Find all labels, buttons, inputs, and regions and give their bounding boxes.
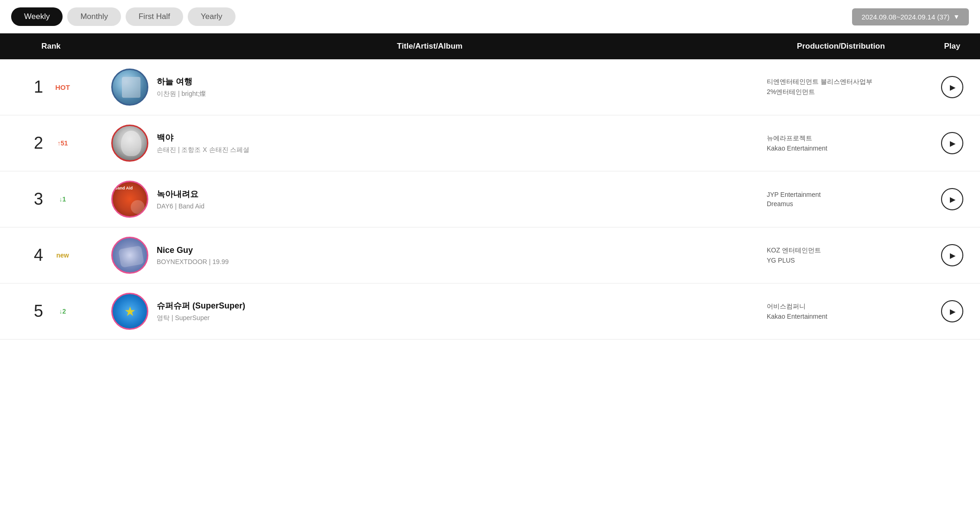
album-art (111, 125, 148, 162)
production-cell: 어비스컴퍼니 Kakao Entertainment (757, 302, 924, 320)
date-range-selector[interactable]: 2024.09.08~2024.09.14 (37) ▼ (852, 8, 969, 25)
play-button[interactable] (941, 244, 963, 266)
album-art (111, 293, 148, 330)
production-cell: 티엔엔터테인먼트 블리스엔터사업부 2%엔터테인먼트 (757, 78, 924, 96)
song-artist-album: 이찬원 | bright;燦 (157, 90, 206, 98)
play-cell (924, 188, 980, 210)
production-line-2: Kakao Entertainment (767, 313, 915, 320)
rank-change: ↓2 (53, 308, 72, 315)
table-row: 1 HOT 하늘 여행 이찬원 | bright;燦 티엔엔터테인먼트 블리스엔… (0, 59, 980, 115)
header-play: Play (924, 33, 980, 59)
rank-cell: 4 new (0, 246, 102, 265)
song-info: 녹아내려요 DAY6 | Band Aid (157, 189, 204, 210)
rank-change: ↓1 (53, 195, 72, 203)
production-line-1: JYP Entertainment (767, 191, 915, 198)
table-row: 5 ↓2 슈퍼슈퍼 (SuperSuper) 영탁 | SuperSuper 어… (0, 283, 980, 340)
top-navigation: Weekly Monthly First Half Yearly 2024.09… (0, 0, 980, 33)
tab-weekly[interactable]: Weekly (11, 7, 63, 26)
rank-cell: 5 ↓2 (0, 302, 102, 321)
title-cell: 백야 손태진 | 조항조 X 손태진 스페셜 (102, 125, 757, 162)
title-cell: 슈퍼슈퍼 (SuperSuper) 영탁 | SuperSuper (102, 293, 757, 330)
production-line-1: KOZ 엔터테인먼트 (767, 246, 915, 255)
table-row: 4 new Nice Guy BOYNEXTDOOR | 19.99 KOZ 엔… (0, 227, 980, 283)
song-title: Nice Guy (157, 246, 229, 255)
header-rank: Rank (0, 33, 102, 59)
play-button[interactable] (941, 300, 963, 322)
chart-table-body: 1 HOT 하늘 여행 이찬원 | bright;燦 티엔엔터테인먼트 블리스엔… (0, 59, 980, 340)
play-cell (924, 244, 980, 266)
song-info: Nice Guy BOYNEXTDOOR | 19.99 (157, 246, 229, 265)
production-cell: 뉴에라프로젝트 Kakao Entertainment (757, 134, 924, 152)
rank-change: HOT (53, 83, 72, 91)
rank-change: new (53, 252, 72, 259)
song-title: 녹아내려요 (157, 189, 204, 200)
production-line-2: Dreamus (767, 200, 915, 208)
rank-number: 5 (30, 302, 47, 321)
song-title: 하늘 여행 (157, 76, 206, 87)
title-cell: Nice Guy BOYNEXTDOOR | 19.99 (102, 237, 757, 274)
rank-cell: 1 HOT (0, 77, 102, 97)
table-row: 2 ↑51 백야 손태진 | 조항조 X 손태진 스페셜 뉴에라프로젝트 Kak… (0, 115, 980, 171)
header-production: Production/Distribution (757, 33, 924, 59)
production-line-1: 뉴에라프로젝트 (767, 134, 915, 143)
header-title: Title/Artist/Album (102, 33, 757, 59)
rank-number: 1 (30, 77, 47, 97)
play-button[interactable] (941, 132, 963, 154)
song-artist-album: DAY6 | Band Aid (157, 202, 204, 210)
song-title: 슈퍼슈퍼 (SuperSuper) (157, 300, 245, 311)
song-artist-album: BOYNEXTDOOR | 19.99 (157, 258, 229, 265)
rank-number: 2 (30, 133, 47, 153)
song-title: 백야 (157, 132, 249, 143)
song-info: 슈퍼슈퍼 (SuperSuper) 영탁 | SuperSuper (157, 300, 245, 322)
production-cell: KOZ 엔터테인먼트 YG PLUS (757, 246, 924, 264)
production-line-1: 티엔엔터테인먼트 블리스엔터사업부 (767, 78, 915, 86)
play-cell (924, 132, 980, 154)
chart-table-header: Rank Title/Artist/Album Production/Distr… (0, 33, 980, 59)
play-cell (924, 300, 980, 322)
song-artist-album: 영탁 | SuperSuper (157, 314, 245, 322)
title-cell: 하늘 여행 이찬원 | bright;燦 (102, 69, 757, 106)
song-info: 백야 손태진 | 조항조 X 손태진 스페셜 (157, 132, 249, 154)
production-line-2: YG PLUS (767, 257, 915, 264)
album-art (111, 181, 148, 218)
rank-cell: 2 ↑51 (0, 133, 102, 153)
rank-change: ↑51 (53, 139, 72, 147)
tab-monthly[interactable]: Monthly (67, 7, 121, 26)
period-tabs: Weekly Monthly First Half Yearly (11, 7, 235, 26)
production-line-2: 2%엔터테인먼트 (767, 88, 915, 96)
tab-yearly[interactable]: Yearly (188, 7, 235, 26)
play-button[interactable] (941, 76, 963, 98)
table-row: 3 ↓1 녹아내려요 DAY6 | Band Aid JYP Entertain… (0, 171, 980, 227)
play-cell (924, 76, 980, 98)
album-art (111, 69, 148, 106)
title-cell: 녹아내려요 DAY6 | Band Aid (102, 181, 757, 218)
production-line-2: Kakao Entertainment (767, 145, 915, 152)
rank-number: 4 (30, 246, 47, 265)
play-button[interactable] (941, 188, 963, 210)
song-info: 하늘 여행 이찬원 | bright;燦 (157, 76, 206, 98)
production-line-1: 어비스컴퍼니 (767, 302, 915, 311)
album-art (111, 237, 148, 274)
chevron-down-icon: ▼ (953, 13, 960, 20)
date-range-label: 2024.09.08~2024.09.14 (37) (861, 13, 949, 21)
song-artist-album: 손태진 | 조항조 X 손태진 스페셜 (157, 146, 249, 154)
production-cell: JYP Entertainment Dreamus (757, 191, 924, 208)
rank-number: 3 (30, 189, 47, 209)
rank-cell: 3 ↓1 (0, 189, 102, 209)
tab-first-half[interactable]: First Half (126, 7, 183, 26)
